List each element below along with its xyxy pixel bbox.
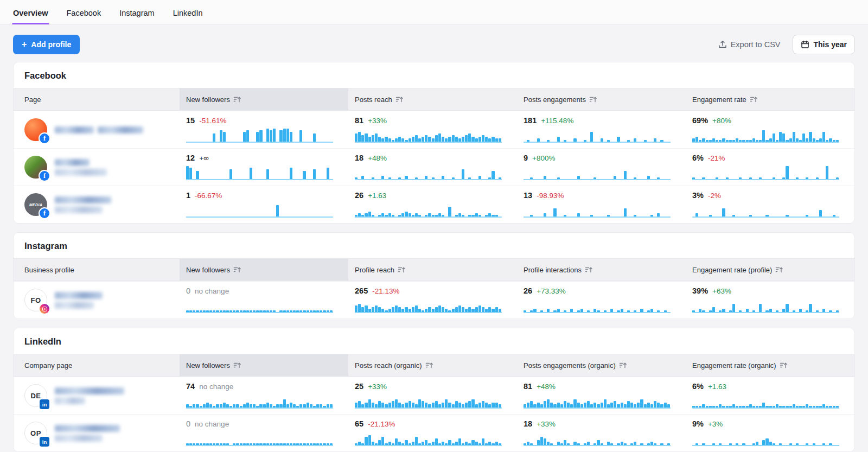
metric-value: 81: [524, 382, 532, 391]
metric-delta: +33%: [368, 383, 387, 391]
sort-icon[interactable]: [780, 362, 788, 369]
column-header-new-followers[interactable]: New followers: [180, 88, 348, 110]
metric-value: 0: [186, 419, 190, 428]
metric-value: 181: [524, 116, 537, 125]
section-linkedin: LinkedInCompany pageNew followersPosts r…: [13, 328, 855, 452]
redacted-text-segment: [55, 435, 103, 442]
sparkline: [692, 128, 839, 143]
add-profile-label: Add profile: [31, 40, 71, 49]
profile-cell[interactable]: MEDIAf: [14, 188, 180, 221]
column-header-profile-reach[interactable]: Profile reach: [348, 259, 517, 281]
avatar: DEin: [24, 384, 47, 407]
metric-cell: 265-21.13%: [348, 282, 517, 319]
redacted-text-segment: [98, 126, 143, 133]
table-row: FO0no change265-21.13%26+73.33%39%+63%: [14, 281, 854, 319]
column-header-posts-engagements-organic[interactable]: Posts engagements (organic): [517, 354, 686, 376]
metric-delta: +48%: [537, 383, 556, 391]
column-header-company-page: Company page: [14, 354, 180, 376]
metric-delta: +115.48%: [541, 117, 573, 125]
redacted-name[interactable]: [55, 425, 120, 442]
table-row: MEDIAf1-66.67%26+1.6313-98.93%3%-2%: [14, 186, 854, 223]
column-header-posts-reach[interactable]: Posts reach: [348, 88, 517, 110]
sort-icon[interactable]: [585, 266, 593, 273]
top-tab-bar: OverviewFacebookInstagramLinkedIn: [0, 0, 868, 25]
redacted-name[interactable]: [55, 126, 143, 133]
sparkline: [355, 393, 502, 409]
sort-icon[interactable]: [233, 266, 241, 273]
metric-delta: +1.63: [708, 383, 726, 391]
column-header-engagement-rate[interactable]: Engagement rate: [686, 88, 854, 110]
tab-overview[interactable]: Overview: [12, 2, 49, 24]
sort-icon[interactable]: [395, 96, 404, 103]
profile-cell[interactable]: DEin: [14, 379, 180, 412]
metric-value: 18: [355, 154, 363, 162]
tab-linkedin[interactable]: LinkedIn: [172, 2, 204, 24]
tab-facebook[interactable]: Facebook: [66, 2, 103, 24]
metric-cell: 15-51.61%: [180, 111, 348, 148]
profile-cell[interactable]: f: [14, 150, 180, 184]
sort-icon[interactable]: [398, 266, 406, 273]
sparkline: [524, 298, 671, 313]
redacted-text-segment: [55, 302, 94, 309]
column-header-posts-reach-organic[interactable]: Posts reach (organic): [348, 354, 517, 376]
metric-value: 26: [524, 287, 532, 295]
profile-cell[interactable]: f: [14, 113, 180, 147]
metric-cell: 9%+3%: [686, 415, 854, 451]
metric-delta: no change: [199, 383, 233, 391]
section-title: LinkedIn: [14, 328, 854, 354]
metric-cell: 0no change: [180, 282, 348, 319]
sort-icon[interactable]: [619, 362, 627, 369]
column-header-new-followers[interactable]: New followers: [180, 259, 348, 281]
instagram-badge-icon: [40, 304, 49, 314]
column-header-posts-engagements[interactable]: Posts engagements: [517, 88, 686, 110]
facebook-badge-icon: f: [40, 208, 49, 218]
metric-cell: 39%+63%: [686, 282, 854, 319]
redacted-text-segment: [55, 292, 103, 299]
column-header-new-followers[interactable]: New followers: [180, 354, 348, 376]
metric-cell: 18+33%: [517, 415, 686, 451]
sparkline: [524, 165, 671, 180]
avatar: MEDIAf: [24, 193, 47, 216]
metric-value: 15: [186, 116, 195, 125]
section-instagram: InstagramBusiness profileNew followersPr…: [13, 232, 855, 319]
metric-value: 3%: [692, 191, 704, 200]
table-row: DEin74no change25+33%81+48%6%+1.63: [14, 377, 854, 414]
sort-icon[interactable]: [233, 96, 241, 103]
add-profile-button[interactable]: + Add profile: [13, 35, 80, 54]
metric-value: 25: [355, 382, 363, 391]
profile-cell[interactable]: FO: [14, 283, 180, 317]
redacted-name[interactable]: [55, 292, 103, 309]
redacted-name[interactable]: [55, 196, 111, 213]
metric-cell: 181+115.48%: [517, 111, 686, 148]
sparkline: [524, 202, 671, 218]
tab-instagram[interactable]: Instagram: [118, 2, 155, 24]
sort-icon[interactable]: [425, 362, 433, 369]
sort-icon[interactable]: [589, 96, 597, 103]
redacted-name[interactable]: [55, 159, 107, 176]
sparkline: [692, 165, 839, 180]
table-header-row: Company pageNew followersPosts reach (or…: [14, 354, 854, 377]
metric-value: 6%: [692, 154, 704, 162]
sparkline: [524, 431, 671, 446]
column-header-profile-interactions[interactable]: Profile interactions: [517, 259, 686, 281]
column-header-engagement-rate-profile[interactable]: Engagement rate (profile): [686, 259, 854, 281]
metric-delta: +800%: [532, 154, 555, 162]
table-header-row: PageNew followersPosts reachPosts engage…: [14, 88, 854, 111]
sort-icon[interactable]: [750, 96, 758, 103]
metric-value: 26: [355, 191, 363, 200]
profile-cell[interactable]: OPin: [14, 416, 180, 450]
sparkline: [355, 128, 502, 143]
column-header-engagement-rate-organic[interactable]: Engagement rate (organic): [686, 354, 854, 376]
sparkline: [692, 431, 839, 446]
metric-value: 9%: [692, 419, 704, 428]
sparkline: [186, 431, 333, 446]
sparkline: [186, 202, 333, 218]
this-year-button[interactable]: This year: [793, 35, 855, 54]
export-csv-button[interactable]: Export to CSV: [718, 40, 781, 49]
metric-delta: -21%: [708, 154, 725, 162]
metric-cell: 6%+1.63: [686, 377, 854, 414]
redacted-name[interactable]: [55, 387, 124, 404]
sort-icon[interactable]: [775, 266, 783, 273]
metric-delta: no change: [195, 420, 229, 428]
sort-icon[interactable]: [233, 362, 241, 369]
